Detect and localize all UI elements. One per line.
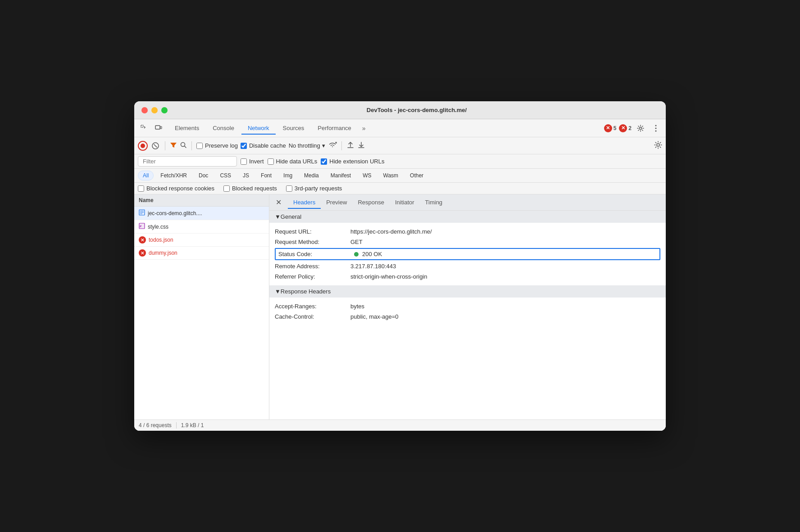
- file-item-1[interactable]: jec-cors-demo.glitch....: [134, 207, 269, 220]
- svg-rect-2: [160, 126, 162, 129]
- request-method-row: Request Method: GET: [269, 237, 666, 247]
- svg-point-4: [655, 125, 657, 126]
- record-button[interactable]: [138, 141, 148, 151]
- status-code-value: 200 OK: [354, 251, 382, 257]
- accept-ranges-key: Accept-Ranges:: [275, 303, 347, 310]
- remote-address-row: Remote Address: 3.217.87.180:443: [269, 261, 666, 271]
- error-badge-3: ✕: [139, 236, 146, 243]
- header-tab-timing[interactable]: Timing: [420, 196, 448, 208]
- request-url-key: Request URL:: [275, 228, 347, 235]
- tab-sources[interactable]: Sources: [277, 122, 311, 134]
- header-tab-headers[interactable]: Headers: [288, 196, 321, 208]
- request-url-value: https://jec-cors-demo.glitch.me/: [350, 228, 432, 235]
- search-icon[interactable]: [180, 141, 187, 150]
- blocked-cookies-label[interactable]: Blocked response cookies: [138, 185, 214, 192]
- error-badge-2: ✕ 2: [619, 124, 632, 132]
- type-pill-media[interactable]: Media: [299, 171, 324, 180]
- type-pill-font[interactable]: Font: [256, 171, 277, 180]
- file-item-2[interactable]: # style.css: [134, 220, 269, 234]
- disable-cache-label[interactable]: Disable cache: [241, 142, 286, 149]
- invert-label[interactable]: Invert: [241, 158, 264, 165]
- filter-input[interactable]: [138, 156, 237, 167]
- hide-extension-urls-checkbox[interactable]: [321, 158, 327, 165]
- clear-button[interactable]: [150, 141, 160, 151]
- file-list: Name jec-cors-demo.glitch....: [134, 194, 269, 419]
- type-pill-ws[interactable]: WS: [358, 171, 376, 180]
- tab-network[interactable]: Network: [241, 122, 276, 134]
- file-name-2: style.css: [148, 224, 168, 230]
- error-count-2: 2: [628, 125, 632, 131]
- type-pill-img[interactable]: Img: [278, 171, 297, 180]
- file-item-4[interactable]: ✕ dummy.json: [134, 247, 269, 260]
- preserve-log-label[interactable]: Preserve log: [196, 142, 238, 149]
- transfer-size: 1.9 kB / 1: [181, 422, 204, 428]
- third-party-label[interactable]: 3rd-party requests: [286, 185, 342, 192]
- type-pill-wasm[interactable]: Wasm: [378, 171, 404, 180]
- tab-elements[interactable]: Elements: [168, 122, 205, 134]
- svg-line-8: [154, 144, 157, 147]
- blocked-requests-checkbox[interactable]: [223, 185, 230, 192]
- file-item-3[interactable]: ✕ todos.json: [134, 234, 269, 247]
- svg-point-6: [655, 130, 657, 131]
- cursor-icon[interactable]: [138, 122, 150, 135]
- type-pill-fetch-xhr[interactable]: Fetch/XHR: [155, 171, 192, 180]
- invert-checkbox[interactable]: [241, 158, 247, 165]
- tab-console[interactable]: Console: [206, 122, 241, 134]
- hide-data-urls-checkbox[interactable]: [268, 158, 274, 165]
- hide-data-urls-label[interactable]: Hide data URLs: [268, 158, 318, 165]
- header-tab-response[interactable]: Response: [352, 196, 390, 208]
- disable-cache-checkbox[interactable]: [241, 143, 247, 149]
- blocked-cookies-checkbox[interactable]: [138, 185, 144, 192]
- device-icon[interactable]: [152, 122, 165, 135]
- tab-performance[interactable]: Performance: [311, 122, 357, 134]
- blocked-requests-label[interactable]: Blocked requests: [223, 185, 277, 192]
- request-method-value: GET: [350, 239, 363, 245]
- filter-icon[interactable]: [170, 141, 177, 150]
- status-code-key: Status Code:: [278, 251, 350, 257]
- close-button[interactable]: [141, 107, 148, 113]
- type-pill-all[interactable]: All: [138, 171, 154, 180]
- more-options-icon[interactable]: [650, 122, 662, 135]
- type-pill-manifest[interactable]: Manifest: [326, 171, 356, 180]
- filter-bar: Invert Hide data URLs Hide extension URL…: [134, 154, 666, 169]
- type-pill-other[interactable]: Other: [405, 171, 428, 180]
- type-pill-js[interactable]: JS: [238, 171, 254, 180]
- type-pill-css[interactable]: CSS: [215, 171, 236, 180]
- wifi-icon[interactable]: [328, 141, 337, 150]
- css-icon: #: [139, 223, 145, 230]
- type-pill-doc[interactable]: Doc: [194, 171, 213, 180]
- headers-panel: ✕ Headers Preview Response Initiator Tim…: [269, 194, 666, 419]
- referrer-policy-value: strict-origin-when-cross-origin: [350, 273, 427, 280]
- third-party-checkbox[interactable]: [286, 185, 292, 192]
- error-icon-1: ✕: [604, 124, 612, 132]
- minimize-button[interactable]: [151, 107, 158, 113]
- maximize-button[interactable]: [161, 107, 168, 113]
- toolbar-divider-2: [191, 141, 192, 150]
- tab-bar-right: ✕ 5 ✕ 2: [604, 122, 662, 135]
- throttle-select[interactable]: No throttling ▾: [289, 142, 325, 149]
- status-divider: [176, 422, 177, 428]
- network-settings-icon[interactable]: [654, 141, 662, 151]
- referrer-policy-row: Referrer Policy: strict-origin-when-cros…: [269, 271, 666, 282]
- devtools-body: Elements Console Network Sources Perform…: [134, 119, 666, 431]
- settings-icon[interactable]: [634, 122, 647, 135]
- more-tabs[interactable]: »: [359, 123, 369, 134]
- accept-ranges-value: bytes: [350, 303, 364, 310]
- close-panel-button[interactable]: ✕: [273, 196, 284, 208]
- error-badge-1: ✕ 5: [604, 124, 617, 132]
- request-url-row: Request URL: https://jec-cors-demo.glitc…: [269, 226, 666, 237]
- hide-extension-urls-label[interactable]: Hide extension URLs: [321, 158, 384, 165]
- header-tab-preview[interactable]: Preview: [321, 196, 352, 208]
- status-code-row: Status Code: 200 OK: [275, 248, 660, 260]
- error-count-1: 5: [614, 125, 617, 131]
- referrer-policy-key: Referrer Policy:: [275, 273, 347, 280]
- svg-rect-1: [155, 126, 160, 129]
- upload-icon[interactable]: [346, 141, 355, 151]
- preserve-log-checkbox[interactable]: [196, 143, 203, 149]
- header-tab-initiator[interactable]: Initiator: [390, 196, 420, 208]
- general-section-body: Request URL: https://jec-cors-demo.glitc…: [269, 223, 666, 285]
- svg-point-5: [655, 127, 657, 129]
- download-icon[interactable]: [357, 141, 365, 151]
- cache-control-value: public, max-age=0: [350, 313, 399, 320]
- svg-line-10: [185, 146, 186, 148]
